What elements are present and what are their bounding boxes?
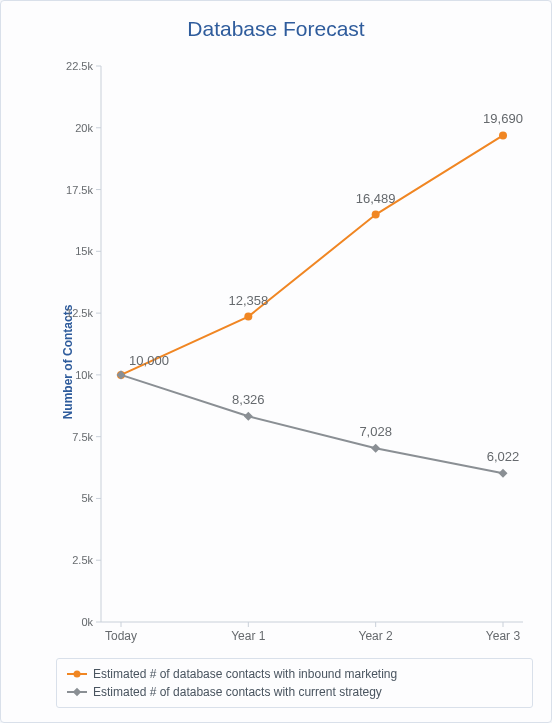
svg-text:8,326: 8,326 <box>232 392 265 407</box>
legend-swatch-inbound <box>67 668 87 680</box>
svg-text:7,028: 7,028 <box>359 424 392 439</box>
svg-rect-38 <box>116 370 125 379</box>
svg-point-32 <box>244 313 252 321</box>
chart-svg: 0k2.5k5k7.5k10k12.5k15k17.5k20k22.5kToda… <box>56 56 533 644</box>
svg-text:7.5k: 7.5k <box>72 431 93 443</box>
svg-text:16,489: 16,489 <box>356 191 396 206</box>
chart-title: Database Forecast <box>1 17 551 41</box>
svg-text:6,022: 6,022 <box>487 449 520 464</box>
svg-text:Year 1: Year 1 <box>231 629 266 643</box>
legend-swatch-current <box>67 686 87 698</box>
svg-rect-48 <box>73 688 81 696</box>
svg-point-36 <box>499 131 507 139</box>
svg-text:5k: 5k <box>81 492 93 504</box>
svg-rect-39 <box>244 412 253 421</box>
svg-text:12.5k: 12.5k <box>66 307 93 319</box>
svg-text:Year 2: Year 2 <box>359 629 394 643</box>
svg-text:22.5k: 22.5k <box>66 60 93 72</box>
svg-text:15k: 15k <box>75 245 93 257</box>
svg-rect-41 <box>371 444 380 453</box>
svg-text:Year 3: Year 3 <box>486 629 521 643</box>
legend-label-current: Estimated # of database contacts with cu… <box>93 683 382 701</box>
svg-text:10k: 10k <box>75 369 93 381</box>
chart-card: Database Forecast Number of Contacts 0k2… <box>0 0 552 723</box>
svg-text:17.5k: 17.5k <box>66 184 93 196</box>
legend: Estimated # of database contacts with in… <box>56 658 533 708</box>
legend-label-inbound: Estimated # of database contacts with in… <box>93 665 397 683</box>
legend-item-inbound: Estimated # of database contacts with in… <box>67 665 522 683</box>
svg-text:19,690: 19,690 <box>483 111 523 126</box>
plot-area: 0k2.5k5k7.5k10k12.5k15k17.5k20k22.5kToda… <box>56 56 533 644</box>
svg-text:2.5k: 2.5k <box>72 554 93 566</box>
svg-rect-43 <box>498 469 507 478</box>
svg-text:20k: 20k <box>75 122 93 134</box>
svg-text:Today: Today <box>105 629 137 643</box>
legend-item-current: Estimated # of database contacts with cu… <box>67 683 522 701</box>
svg-text:12,358: 12,358 <box>228 293 268 308</box>
svg-point-46 <box>74 671 81 678</box>
svg-text:0k: 0k <box>81 616 93 628</box>
svg-point-34 <box>372 211 380 219</box>
svg-text:10,000: 10,000 <box>129 353 169 368</box>
